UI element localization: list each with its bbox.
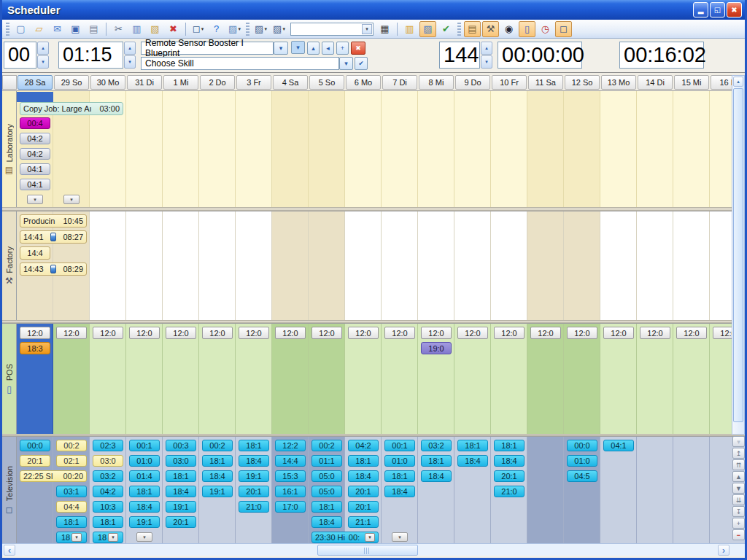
schedule-event[interactable]: 20:1 xyxy=(348,501,379,513)
schedule-event[interactable]: 19:1 xyxy=(166,501,196,513)
schedule-event[interactable]: 18:1 xyxy=(348,455,379,467)
schedule-event[interactable]: 00:2 xyxy=(311,440,342,451)
schedule-event[interactable]: 05:0 xyxy=(311,486,342,497)
day-header-cell[interactable]: 10 Fr xyxy=(492,75,527,90)
schedule-event[interactable]: 03:1 xyxy=(56,486,87,497)
day-column-cell[interactable] xyxy=(600,91,637,207)
day-column-cell[interactable] xyxy=(491,324,527,434)
schedule-event[interactable]: 00:4 xyxy=(20,117,50,129)
picture-tool-2-button[interactable]: ▨▾ xyxy=(271,21,287,37)
day-header-cell[interactable]: 29 So xyxy=(54,75,89,90)
day-column-cell[interactable] xyxy=(272,324,309,434)
close-button[interactable]: ✖ xyxy=(727,2,742,18)
day-header-cell[interactable]: 28 Sa xyxy=(18,75,53,90)
schedule-event[interactable]: 20:1 xyxy=(166,516,196,528)
schedule-event[interactable]: 00:0 xyxy=(20,440,50,451)
day-column-cell[interactable] xyxy=(272,91,309,207)
schedule-event[interactable]: 17:0 xyxy=(275,501,306,513)
schedule-event[interactable]: 19:1 xyxy=(239,470,269,482)
schedule-event[interactable]: 03:0 xyxy=(166,455,196,467)
day-column-cell[interactable] xyxy=(236,211,272,320)
schedule-event[interactable]: 12:0 xyxy=(640,327,670,339)
toolbar-grip[interactable] xyxy=(457,23,461,36)
day-column-cell[interactable] xyxy=(53,324,90,434)
day-column-cell[interactable] xyxy=(382,324,418,434)
day-column-cell[interactable] xyxy=(527,437,564,543)
schedule-event[interactable]: 01:0 xyxy=(384,455,415,467)
schedule-event[interactable]: 19:1 xyxy=(202,486,233,497)
schedule-event[interactable]: 04:2 xyxy=(20,133,50,144)
day-column-cell[interactable] xyxy=(564,324,600,434)
schedule-event[interactable]: 04:2 xyxy=(20,148,50,160)
schedule-event[interactable]: 12:0 xyxy=(567,327,597,339)
day-column-cell[interactable] xyxy=(418,211,454,320)
scroll-up-icon[interactable]: ▴ xyxy=(733,77,743,87)
day-column-cell[interactable] xyxy=(382,211,418,320)
vertical-scrollbar[interactable]: ▴ xyxy=(732,75,745,435)
day-column-cell[interactable] xyxy=(418,324,454,434)
schedule-event[interactable]: 18:1 xyxy=(56,516,87,528)
day-column-cell[interactable] xyxy=(199,211,236,320)
day-column-cell[interactable] xyxy=(564,211,600,320)
day-header-cell[interactable]: 2 Do xyxy=(200,75,235,90)
schedule-event[interactable]: 00:1 xyxy=(129,440,160,451)
schedule-event[interactable]: 03:2 xyxy=(93,470,123,482)
day-header-cell[interactable]: 9 Do xyxy=(455,75,490,90)
schedule-event[interactable]: 02:1 xyxy=(56,455,87,467)
spin-down-icon[interactable]: ▾ xyxy=(124,55,136,69)
calendar-check-button[interactable]: ✔ xyxy=(438,21,454,37)
day-column-cell[interactable] xyxy=(163,91,199,207)
day-column-cell[interactable] xyxy=(454,437,491,543)
help-button[interactable]: ? xyxy=(208,21,225,37)
schedule-event[interactable]: 00:0 xyxy=(567,440,597,451)
schedule-event[interactable]: 18:1 xyxy=(166,470,196,482)
restore-button[interactable]: ◱ xyxy=(710,2,725,18)
day-column-cell[interactable] xyxy=(126,324,163,434)
runs-spinner[interactable]: ▴ ▾ xyxy=(481,42,492,69)
copy-button[interactable]: ▥ xyxy=(128,21,145,37)
day-column-cell[interactable] xyxy=(309,324,345,434)
row-splitter[interactable] xyxy=(2,320,745,323)
day-column-cell[interactable] xyxy=(345,91,382,207)
schedule-event[interactable]: 18:4 xyxy=(384,486,415,497)
schedule-event[interactable]: 21:1 xyxy=(348,516,379,528)
schedule-event[interactable]: 20:1 xyxy=(239,486,269,497)
expand-dropdown-button[interactable]: ▾ xyxy=(27,195,43,204)
schedule-event[interactable]: 19:0 xyxy=(421,342,452,354)
schedule-event[interactable]: 14:4308:29 xyxy=(20,262,87,276)
day-column-cell[interactable] xyxy=(126,91,163,207)
schedule-event[interactable]: 12:0 xyxy=(384,327,415,339)
skill-select[interactable]: Choose Skill xyxy=(141,57,339,70)
schedule-event[interactable]: 18▾ xyxy=(93,532,123,543)
toolbar-grip[interactable] xyxy=(246,23,249,36)
send-mail-button[interactable]: ✉ xyxy=(49,21,66,37)
schedule-event[interactable]: 18:4 xyxy=(457,455,488,467)
schedule-event[interactable]: 18:1 xyxy=(384,470,415,482)
spin-up-icon[interactable]: ▴ xyxy=(481,42,492,55)
gallery-button[interactable]: ▨ xyxy=(419,21,436,37)
day-column-cell[interactable] xyxy=(673,437,710,543)
day-column-cell[interactable] xyxy=(673,324,710,434)
titlebar[interactable]: Scheduler ▂ ◱ ✖ xyxy=(2,0,745,20)
schedule-event[interactable]: 12:0 xyxy=(348,327,379,339)
day-column-cell[interactable] xyxy=(454,91,491,207)
add-job-button[interactable]: + xyxy=(336,42,349,55)
day-header-cell[interactable]: 6 Mo xyxy=(346,75,381,90)
chevron-down-icon[interactable]: ▾ xyxy=(264,26,267,32)
day-header-cell[interactable]: 13 Mo xyxy=(601,75,636,90)
spin-up-icon[interactable]: ▴ xyxy=(37,42,49,55)
hours-spinner[interactable]: ▴ ▾ xyxy=(37,42,49,69)
duration-spinner[interactable]: ▴ ▾ xyxy=(124,42,136,69)
schedule-event[interactable]: 04:2 xyxy=(348,440,379,451)
archive-box-button[interactable]: ▥ xyxy=(401,21,418,37)
new-document-button[interactable]: ▢ xyxy=(12,21,29,37)
schedule-event[interactable]: 10:3 xyxy=(93,501,123,513)
image-export-button[interactable]: ▨▾ xyxy=(226,21,243,37)
day-column-cell[interactable] xyxy=(17,437,53,543)
day-header-cell[interactable]: 7 Di xyxy=(382,75,417,90)
day-column-cell[interactable] xyxy=(90,211,126,320)
schedule-event[interactable]: 18:1 xyxy=(311,501,342,513)
chevron-down-icon[interactable]: ▾ xyxy=(365,533,375,542)
schedule-event[interactable]: 03:2 xyxy=(421,440,452,451)
day-column-cell[interactable] xyxy=(637,91,673,207)
